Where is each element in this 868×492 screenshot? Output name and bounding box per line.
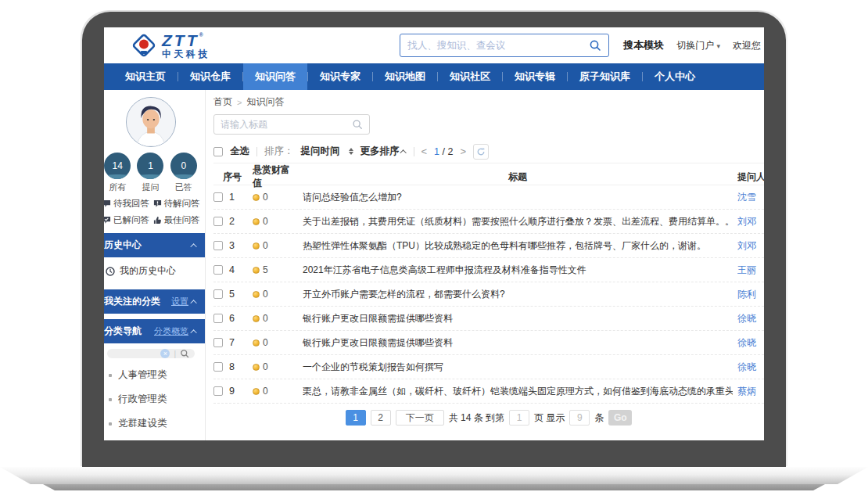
nav-item-knowledge-home[interactable]: 知识主页 bbox=[113, 63, 178, 90]
laptop-screen: ZTT® 中天科技 找人、搜知识、查会议 搜本模块 切换门户 ▾ 欢迎您 bbox=[104, 27, 764, 440]
search-icon[interactable] bbox=[352, 119, 363, 130]
row-checkbox[interactable] bbox=[213, 192, 223, 202]
my-history-item[interactable]: 我的历史中心 bbox=[104, 257, 205, 284]
global-search-input[interactable]: 找人、搜知识、查会议 bbox=[400, 34, 609, 57]
link-best-qa[interactable]: 最佳问答 bbox=[153, 214, 204, 226]
nav-item-knowledge-qa[interactable]: 知识问答 bbox=[243, 63, 307, 90]
more-sort-button[interactable]: 更多排序 bbox=[360, 145, 407, 158]
asker-link[interactable]: 刘邓 bbox=[737, 239, 764, 253]
asker-link[interactable]: 蔡炳 bbox=[737, 385, 764, 398]
table-row: 8 0 一个企业的节税策划报告如何撰写 徐晓 bbox=[213, 355, 764, 379]
select-all-checkbox[interactable] bbox=[213, 147, 223, 156]
link-solved-qa[interactable]: 已解问答 bbox=[104, 214, 153, 226]
question-title-link[interactable]: 栗总，请教非金属丝（如，碳纤杆、玻纤杆）铠装缆端头固定原理方式，如何借鉴到海底动… bbox=[303, 385, 733, 398]
asker-link[interactable]: 沈雪 bbox=[737, 191, 764, 204]
next-page-button[interactable]: 下一页 bbox=[396, 410, 444, 426]
bullet-icon bbox=[109, 398, 112, 401]
question-title-link[interactable]: 请问总经验值怎么增加? bbox=[303, 191, 733, 204]
select-all-label[interactable]: 全选 bbox=[230, 145, 249, 158]
asker-link[interactable]: 王丽 bbox=[737, 264, 764, 277]
asker-link[interactable]: 徐晓 bbox=[737, 336, 764, 350]
category-item-admin[interactable]: 行政管理类 bbox=[109, 387, 205, 411]
row-checkbox[interactable] bbox=[213, 289, 223, 299]
row-reward: 0 bbox=[263, 216, 268, 227]
nav-item-knowledge-album[interactable]: 知识专辑 bbox=[503, 63, 567, 90]
module-search-link[interactable]: 搜本模块 bbox=[623, 38, 664, 52]
next-page-icon[interactable]: > bbox=[460, 145, 466, 157]
row-checkbox[interactable] bbox=[213, 265, 223, 275]
asker-link[interactable]: 陈利 bbox=[737, 288, 764, 301]
stat-all-circle: 14 bbox=[104, 153, 131, 179]
row-reward: 0 bbox=[263, 192, 268, 203]
refresh-button[interactable] bbox=[473, 144, 489, 160]
current-page: 1 bbox=[434, 146, 439, 157]
sort-field-button[interactable]: 提问时间 bbox=[301, 145, 340, 158]
table-row: 6 0 银行账户更改日限额需提供哪些资料 徐晓 bbox=[213, 307, 764, 331]
followed-categories-header[interactable]: 我关注的分类 设置 bbox=[104, 289, 205, 314]
page-button-2[interactable]: 2 bbox=[371, 410, 391, 426]
row-no: 8 bbox=[229, 361, 248, 372]
question-title-link[interactable]: 关于出差报销，其费用凭证（纸质材料）需要按照什么顺序进行叠放？发票、出差流程、费… bbox=[303, 215, 733, 228]
category-overview-link[interactable]: 分类概览 bbox=[154, 325, 188, 337]
question-title-link[interactable]: 银行账户更改日限额需提供哪些资料 bbox=[303, 312, 733, 325]
nav-item-personal-center[interactable]: 个人中心 bbox=[643, 63, 707, 90]
question-title-link[interactable]: 开立外币账户需要怎样的流程，都需要什么资料? bbox=[303, 288, 733, 301]
search-icon[interactable] bbox=[180, 349, 189, 358]
category-search-input[interactable]: × | bbox=[107, 349, 195, 358]
header-no: 序号 bbox=[213, 171, 248, 184]
stat-answered[interactable]: 0 已答 bbox=[170, 153, 197, 193]
category-item-hr[interactable]: 人事管理类 bbox=[109, 363, 205, 387]
category-item-party[interactable]: 党群建设类 bbox=[109, 411, 205, 436]
row-checkbox[interactable] bbox=[213, 241, 223, 250]
category-nav-header[interactable]: 分类导航 分类概览 bbox=[104, 319, 205, 343]
quick-link-label: 待我回答 bbox=[113, 198, 149, 210]
page-size-input[interactable]: 9 bbox=[569, 410, 590, 426]
stat-asked[interactable]: 1 提问 bbox=[137, 153, 163, 193]
question-title-link[interactable]: 银行账户更改日限额需提供哪些资料 bbox=[303, 336, 733, 350]
sort-label: 排序： bbox=[264, 145, 294, 158]
row-checkbox[interactable] bbox=[213, 217, 223, 226]
brand-name-cn: 中天科技 bbox=[162, 49, 210, 59]
row-reward: 0 bbox=[263, 361, 268, 372]
link-unsolved-qa[interactable]: 待解问答 bbox=[153, 198, 204, 210]
category-label: 党群建设类 bbox=[118, 417, 167, 430]
avatar[interactable] bbox=[126, 97, 176, 147]
asker-link[interactable]: 刘邓 bbox=[737, 215, 764, 228]
page-button-1[interactable]: 1 bbox=[346, 410, 366, 426]
nav-item-knowledge-map[interactable]: 知识地图 bbox=[373, 63, 437, 90]
title-filter-input[interactable]: 请输入标题 bbox=[213, 114, 370, 135]
settings-link[interactable]: 设置 bbox=[171, 296, 188, 307]
brand-logo[interactable]: ZTT® 中天科技 bbox=[131, 32, 210, 59]
table-row: 3 0 热塑性弹性体聚氨酯（TPU）比较成熟稳定的色母料有哪些推荐，包括牌号、厂… bbox=[213, 234, 764, 258]
question-table: 序号 悬赏财富值 标题 提问人 1 0 请问总经验值怎么增加? 沈雪 bbox=[213, 163, 764, 404]
breadcrumb-home[interactable]: 首页 bbox=[213, 95, 232, 109]
link-awaiting-my-answer[interactable]: 待我回答 bbox=[104, 198, 153, 210]
question-title-link[interactable]: 2021年江苏省电子信息类高级工程师申报流程及材料准备指导性文件 bbox=[303, 264, 733, 277]
question-title-link[interactable]: 热塑性弹性体聚氨酯（TPU）比较成熟稳定的色母料有哪些推荐，包括牌号、厂家什么的… bbox=[303, 239, 733, 253]
bubble-pending-icon bbox=[153, 199, 162, 208]
stat-all[interactable]: 14 所有 bbox=[104, 153, 131, 193]
go-button[interactable]: Go bbox=[608, 410, 632, 426]
coin-icon bbox=[253, 242, 260, 250]
row-checkbox[interactable] bbox=[213, 314, 223, 323]
asker-link[interactable]: 徐晓 bbox=[737, 312, 764, 325]
nav-item-knowledge-repo[interactable]: 知识仓库 bbox=[178, 63, 242, 90]
row-checkbox[interactable] bbox=[213, 386, 223, 396]
switch-portal-link[interactable]: 切换门户 ▾ bbox=[676, 39, 720, 52]
clear-icon[interactable]: × bbox=[160, 349, 170, 358]
question-title-link[interactable]: 一个企业的节税策划报告如何撰写 bbox=[303, 361, 733, 374]
goto-page-input[interactable]: 1 bbox=[509, 410, 529, 426]
category-item-finance[interactable]: 财务管理类 bbox=[109, 436, 205, 440]
asker-link[interactable]: 徐晓 bbox=[737, 361, 764, 374]
nav-item-atomic-knowledge[interactable]: 原子知识库 bbox=[568, 63, 642, 90]
row-checkbox[interactable] bbox=[213, 338, 223, 347]
search-icon[interactable] bbox=[589, 39, 601, 52]
prev-page-icon[interactable]: < bbox=[421, 145, 428, 157]
history-section-header[interactable]: 历史中心 bbox=[104, 233, 205, 257]
nav-item-knowledge-expert[interactable]: 知识专家 bbox=[308, 63, 372, 90]
nav-item-knowledge-community[interactable]: 知识社区 bbox=[438, 63, 502, 90]
collapse-caret-icon bbox=[190, 329, 196, 336]
stat-asked-label: 提问 bbox=[142, 181, 159, 193]
sort-arrows-icon[interactable] bbox=[349, 148, 353, 155]
row-checkbox[interactable] bbox=[213, 362, 223, 372]
